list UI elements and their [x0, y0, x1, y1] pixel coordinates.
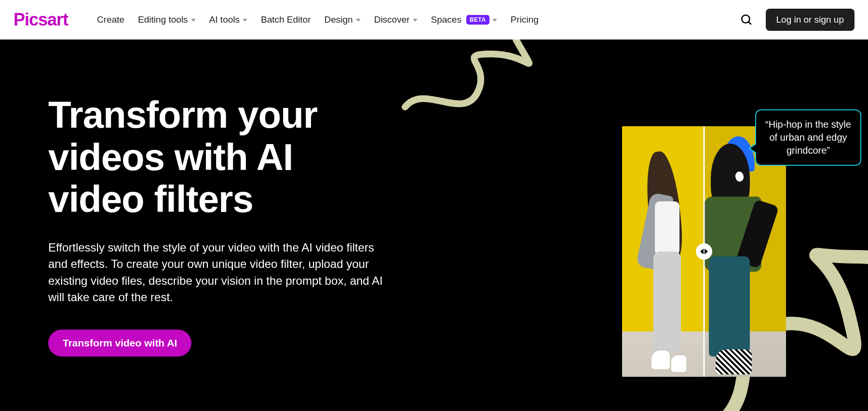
slider-handle[interactable] — [696, 243, 712, 260]
nav-create[interactable]: Create — [97, 14, 124, 25]
nav-label: Create — [97, 14, 124, 25]
hero-description: Effortlessly switch the style of your vi… — [48, 239, 386, 305]
nav-label: AI tools — [209, 14, 240, 25]
nav-batch-editor[interactable]: Batch Editor — [261, 14, 311, 25]
nav-pricing[interactable]: Pricing — [511, 14, 539, 25]
chevron-down-icon — [413, 19, 418, 22]
nav-label: Design — [325, 14, 353, 25]
main-nav: Create Editing tools AI tools Batch Edit… — [97, 14, 539, 25]
nav-label: Discover — [374, 14, 410, 25]
nav-editing-tools[interactable]: Editing tools — [138, 14, 196, 25]
nav-spaces[interactable]: SpacesBETA — [431, 14, 497, 25]
before-image — [622, 126, 704, 377]
arrow-left-icon — [700, 249, 704, 254]
nav-label: Spaces — [431, 14, 461, 25]
hero-copy: Transform your videos with AI video filt… — [0, 94, 395, 356]
prompt-bubble: “Hip-hop in the style of urban and edgy … — [755, 109, 861, 166]
hero-section: Transform your videos with AI video filt… — [0, 40, 868, 411]
search-button[interactable] — [739, 12, 754, 27]
chevron-down-icon — [492, 19, 497, 22]
figure-pants — [709, 256, 750, 357]
chalk-scribble-icon — [395, 40, 559, 131]
nav-label: Editing tools — [138, 14, 188, 25]
site-header: Picsart Create Editing tools AI tools Ba… — [0, 0, 868, 40]
figure-shoe — [671, 354, 686, 371]
figure-shoe — [716, 349, 752, 374]
nav-label: Pricing — [511, 14, 539, 25]
brand-logo[interactable]: Picsart — [14, 10, 68, 30]
svg-line-1 — [748, 22, 751, 24]
beta-badge: BETA — [466, 15, 489, 25]
nav-ai-tools[interactable]: AI tools — [209, 14, 247, 25]
transform-video-button[interactable]: Transform video with AI — [48, 330, 191, 357]
svg-point-0 — [742, 15, 749, 23]
nav-design[interactable]: Design — [325, 14, 361, 25]
login-button[interactable]: Log in or sign up — [766, 9, 855, 31]
nav-label: Batch Editor — [261, 14, 311, 25]
arrow-right-icon — [705, 249, 708, 254]
chevron-down-icon — [191, 19, 196, 22]
chevron-down-icon — [356, 19, 361, 22]
search-icon — [740, 13, 753, 26]
figure-pants — [653, 252, 681, 352]
chevron-down-icon — [243, 19, 247, 22]
figure-shoe — [651, 349, 669, 370]
figure-torso — [655, 201, 679, 256]
nav-discover[interactable]: Discover — [374, 14, 418, 25]
hero-title: Transform your videos with AI video filt… — [48, 94, 395, 220]
